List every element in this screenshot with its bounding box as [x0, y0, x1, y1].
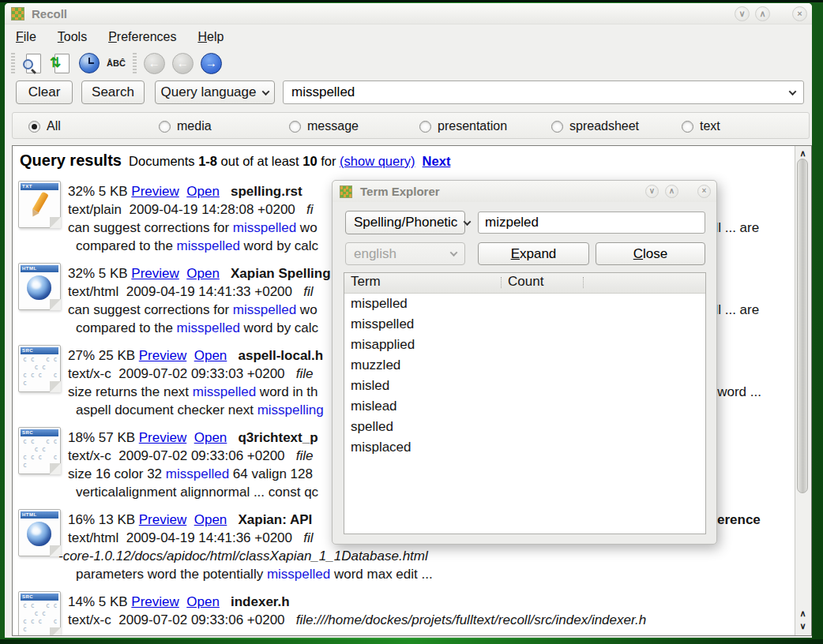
highlighted-term: misspelling: [257, 402, 324, 417]
doc-icon-html[interactable]: HTML: [18, 509, 61, 556]
dialog-maximize-button[interactable]: ∧: [665, 185, 678, 198]
result-text: compared to the: [76, 238, 177, 253]
doc-icon-src[interactable]: SRCc c c c c c c c c c c c: [18, 427, 61, 474]
history-clock-icon[interactable]: [79, 53, 100, 73]
highlighted-term: misspelled: [193, 384, 256, 399]
result-link[interactable]: Preview: [131, 266, 179, 281]
term-row[interactable]: muzzled: [344, 355, 705, 376]
filter-bar: Allmediamessagepresentationspreadsheette…: [12, 112, 810, 139]
filter-label: All: [47, 119, 61, 133]
term-column-header[interactable]: Term: [351, 274, 381, 290]
first-page-button[interactable]: ←: [144, 53, 165, 74]
result-line: 14% 5 KB Preview Open indexer.h: [68, 594, 290, 610]
term-table-header[interactable]: Term Count: [344, 273, 705, 294]
term-row[interactable]: misspelled: [344, 314, 705, 335]
radio-icon[interactable]: [551, 121, 563, 133]
term-row[interactable]: misplaced: [344, 437, 705, 458]
scrollbar-thumb[interactable]: [797, 159, 808, 493]
expand-button[interactable]: Expand: [478, 242, 589, 265]
toolbar-handle[interactable]: [133, 53, 137, 73]
result-link[interactable]: Preview: [139, 512, 186, 527]
dialog-close-action-button[interactable]: Close: [596, 242, 705, 265]
term-row[interactable]: misled: [344, 376, 705, 396]
next-link[interactable]: Next: [423, 154, 451, 168]
column-separator[interactable]: [583, 277, 584, 288]
previous-page-button[interactable]: ←: [172, 53, 194, 74]
menu-help[interactable]: Help: [197, 30, 224, 44]
sort-parameters-icon[interactable]: ⇅: [51, 52, 72, 74]
count-column-header[interactable]: Count: [508, 274, 543, 290]
filter-radio-media[interactable]: media: [159, 119, 212, 133]
window-title: Recoll: [32, 7, 67, 21]
term-explorer-abc-icon[interactable]: ÅBĈ: [107, 58, 126, 68]
filter-radio-presentation[interactable]: presentation: [419, 119, 507, 133]
search-input[interactable]: misspelled: [283, 80, 804, 104]
doc-icon-src[interactable]: SRCc c c c c c c c c c c c: [18, 591, 61, 635]
term-input[interactable]: mizpeled: [478, 212, 705, 234]
result-text: fil: [303, 284, 313, 299]
result-line: 16% 13 KB Preview Open Xapian: API: [68, 512, 312, 528]
menu-file[interactable]: File: [16, 30, 36, 44]
next-page-button[interactable]: →: [201, 53, 222, 74]
result-text: [220, 266, 231, 281]
radio-icon[interactable]: [159, 121, 171, 133]
radio-icon[interactable]: [419, 121, 431, 133]
column-separator[interactable]: [501, 277, 502, 288]
result-link[interactable]: Open: [194, 430, 227, 445]
vertical-scrollbar[interactable]: ∧ ∧ ∨: [795, 146, 811, 635]
scroll-up-icon[interactable]: ∧: [795, 608, 810, 618]
result-text: size 16 color 32: [68, 466, 166, 481]
filter-radio-spreadsheet[interactable]: spreadsheet: [551, 119, 639, 133]
result-link[interactable]: Preview: [139, 430, 186, 445]
maximize-button[interactable]: ∧: [755, 6, 770, 21]
menu-preferences[interactable]: Preferences: [108, 30, 176, 44]
result-text: parameters word the potentially: [76, 567, 267, 582]
filter-radio-text[interactable]: text: [682, 119, 720, 133]
result-text: [179, 594, 186, 609]
dialog-close-button[interactable]: ×: [697, 185, 711, 198]
dialog-titlebar[interactable]: Term Explorer ∨ ∧ ×: [333, 181, 716, 202]
language-value: english: [354, 246, 396, 262]
dialog-shade-button[interactable]: ∨: [645, 185, 659, 198]
close-button[interactable]: ×: [792, 6, 807, 21]
term-row[interactable]: misapplied: [344, 335, 705, 355]
clear-button[interactable]: Clear: [16, 80, 73, 104]
scroll-down-icon[interactable]: ∨: [795, 621, 810, 631]
toolbar-handle[interactable]: [11, 53, 15, 73]
scroll-up-icon[interactable]: ∧: [795, 148, 810, 158]
search-button[interactable]: Search: [81, 80, 145, 104]
radio-icon[interactable]: [682, 121, 693, 133]
result-link[interactable]: Open: [186, 184, 220, 199]
result-link[interactable]: Open: [194, 348, 227, 363]
menu-tools[interactable]: Tools: [58, 30, 87, 44]
filter-radio-all[interactable]: All: [28, 119, 61, 133]
result-link[interactable]: Open: [186, 594, 220, 609]
result-link[interactable]: Preview: [131, 184, 179, 199]
result-link[interactable]: Open: [186, 266, 220, 281]
radio-icon[interactable]: [28, 121, 40, 133]
shade-button[interactable]: ∨: [735, 6, 750, 21]
term-row[interactable]: spelled: [344, 417, 705, 437]
query-language-dropdown[interactable]: Query language: [155, 80, 275, 104]
result-link[interactable]: Open: [194, 512, 227, 527]
term-row[interactable]: mislead: [344, 396, 705, 417]
term-row[interactable]: mispelled: [344, 294, 705, 314]
filter-label: media: [177, 119, 212, 133]
result-link[interactable]: Preview: [131, 594, 179, 609]
result-title: spelling.rst: [231, 184, 303, 199]
doc-icon-txt[interactable]: TXT: [18, 181, 61, 228]
result-text: 18% 57 KB: [68, 430, 139, 445]
result-link[interactable]: Preview: [139, 348, 186, 363]
doc-icon-html[interactable]: HTML: [18, 263, 61, 310]
titlebar[interactable]: Recoll ∨ ∧ ×: [5, 3, 812, 24]
filter-radio-message[interactable]: message: [289, 119, 359, 133]
result-row[interactable]: SRCc c c c c c c c c c c c14% 5 KB Previ…: [17, 591, 795, 635]
doc-icon-label: TXT: [21, 183, 58, 190]
expansion-mode-select[interactable]: Spelling/Phonetic: [345, 211, 465, 234]
source-code-pattern: c c c c c c c c c c c c: [23, 438, 57, 470]
show-query-link[interactable]: (show query): [340, 154, 415, 168]
radio-icon[interactable]: [289, 121, 301, 133]
source-code-pattern: c c c c c c c c c c c c: [23, 602, 57, 634]
show-preview-icon[interactable]: [22, 52, 43, 74]
doc-icon-src[interactable]: SRCc c c c c c c c c c c c: [18, 345, 61, 392]
